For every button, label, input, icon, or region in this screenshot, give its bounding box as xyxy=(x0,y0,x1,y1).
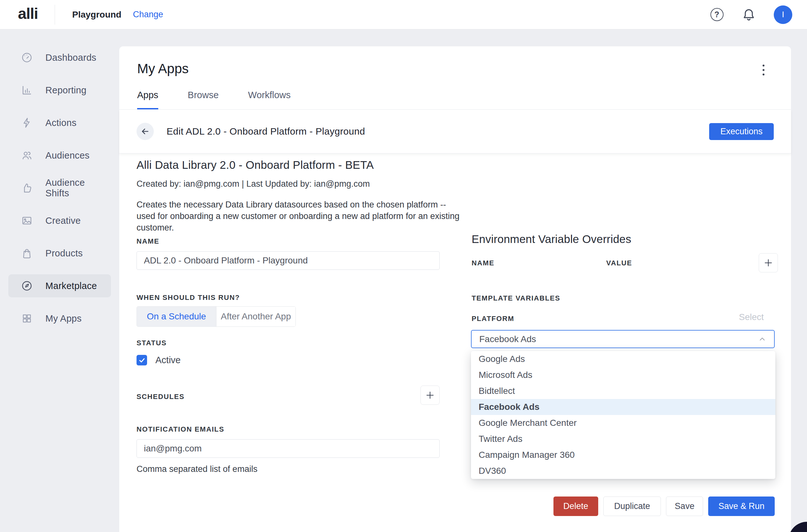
shopping-bag-icon xyxy=(21,247,33,259)
tab-browse[interactable]: Browse xyxy=(188,90,219,109)
option-twitter-ads[interactable]: Twitter Ads xyxy=(471,431,775,447)
option-facebook-ads[interactable]: Facebook Ads xyxy=(471,399,775,415)
header-divider xyxy=(55,5,55,25)
edit-title: Edit ADL 2.0 - Onboard Platform - Playgr… xyxy=(167,126,365,137)
sidebar-item-label: Dashboards xyxy=(45,53,96,63)
name-label: NAME xyxy=(136,237,159,246)
thumbs-up-icon xyxy=(21,182,33,194)
env-name-column-label: NAME xyxy=(472,259,494,267)
notification-emails-label: NOTIFICATION EMAILS xyxy=(136,425,224,434)
help-icon: ? xyxy=(710,8,724,21)
notifications-button[interactable] xyxy=(742,8,756,22)
sidebar-item-label: Reporting xyxy=(45,85,86,96)
sidebar-item-audiences[interactable]: Audiences xyxy=(8,144,111,167)
app-description: Creates the necessary Data Library datas… xyxy=(136,199,463,233)
after-another-app-segment[interactable]: After Another App xyxy=(216,307,296,326)
status-label: STATUS xyxy=(136,339,167,347)
chat-launcher-bubble[interactable] xyxy=(788,522,807,532)
sidebar-item-my-apps[interactable]: My Apps xyxy=(8,307,111,330)
sidebar-item-label: Audiences xyxy=(45,150,90,161)
sidebar-item-label: Marketplace xyxy=(45,281,97,291)
active-checkbox[interactable] xyxy=(136,355,147,365)
sidebar-item-label: My Apps xyxy=(45,313,81,324)
sidebar-item-products[interactable]: Products xyxy=(8,242,111,265)
sidebar-item-reporting[interactable]: Reporting xyxy=(8,79,111,102)
schedules-label: SCHEDULES xyxy=(136,393,185,401)
sidebar: Dashboards Reporting Actions Audiences A… xyxy=(0,30,119,340)
option-bidtellect[interactable]: Bidtellect xyxy=(471,383,775,399)
tab-apps[interactable]: Apps xyxy=(137,90,158,109)
platform-select[interactable]: Facebook Ads xyxy=(471,330,775,348)
executions-button[interactable]: Executions xyxy=(709,123,774,140)
my-apps-header: My Apps Apps Browse Workflows xyxy=(119,46,791,110)
sidebar-item-label: Products xyxy=(45,248,83,259)
help-button[interactable]: ? xyxy=(710,8,724,22)
main-card: My Apps Apps Browse Workflows Edit ADL 2… xyxy=(119,46,791,532)
sidebar-item-actions[interactable]: Actions xyxy=(8,111,111,134)
dashboard-gauge-icon xyxy=(21,52,33,63)
option-microsoft-ads[interactable]: Microsoft Ads xyxy=(471,367,775,383)
top-navigation-bar: alli Playground Change ? I xyxy=(0,0,807,30)
image-icon xyxy=(21,215,33,226)
lightning-icon xyxy=(21,117,33,129)
env-value-column-label: VALUE xyxy=(606,259,632,267)
alli-logo: alli xyxy=(0,5,55,24)
tab-workflows[interactable]: Workflows xyxy=(248,90,291,109)
active-checkbox-label: Active xyxy=(155,355,181,365)
workspace-name: Playground xyxy=(72,10,121,20)
save-and-run-button[interactable]: Save & Run xyxy=(708,496,775,516)
name-input[interactable] xyxy=(136,251,440,270)
chevron-up-icon xyxy=(758,335,766,343)
sidebar-item-label: Creative xyxy=(45,215,81,226)
add-env-variable-button[interactable] xyxy=(759,253,778,272)
change-workspace-link[interactable]: Change xyxy=(133,10,164,19)
option-google-ads[interactable]: Google Ads xyxy=(471,351,775,367)
option-campaign-manager-360[interactable]: Campaign Manager 360 xyxy=(471,447,775,463)
created-updated-meta: Created by: ian@pmg.com | Last Updated b… xyxy=(136,179,370,189)
platform-select-link[interactable]: Select xyxy=(739,312,764,322)
bar-chart-icon xyxy=(21,84,33,96)
active-checkbox-row[interactable]: Active xyxy=(136,355,181,365)
emails-hint: Comma separated list of emails xyxy=(136,464,257,474)
run-mode-toggle: On a Schedule After Another App xyxy=(136,306,296,327)
apps-grid-icon xyxy=(21,313,33,324)
arrow-left-icon xyxy=(140,127,150,136)
tab-bar: Apps Browse Workflows xyxy=(137,90,291,109)
option-dv360[interactable]: DV360 xyxy=(471,463,775,479)
add-schedule-button[interactable] xyxy=(420,385,440,405)
kebab-menu-button[interactable] xyxy=(757,63,770,77)
platform-dropdown: Google Ads Microsoft Ads Bidtellect Face… xyxy=(471,351,775,479)
save-button[interactable]: Save xyxy=(666,496,703,516)
bell-icon xyxy=(742,8,756,22)
page-title: My Apps xyxy=(137,61,189,76)
sidebar-item-audience-shifts[interactable]: Audience Shifts xyxy=(8,176,111,200)
avatar[interactable]: I xyxy=(774,5,792,24)
plus-icon xyxy=(425,391,435,400)
sidebar-item-marketplace[interactable]: Marketplace xyxy=(8,274,111,297)
sidebar-item-label: Actions xyxy=(45,118,76,128)
template-variables-label: TEMPLATE VARIABLES xyxy=(472,294,560,302)
on-a-schedule-segment[interactable]: On a Schedule xyxy=(137,307,216,326)
back-button[interactable] xyxy=(136,123,154,140)
form-content: Alli Data Library 2.0 - Onboard Platform… xyxy=(119,153,791,531)
duplicate-button[interactable]: Duplicate xyxy=(603,496,661,516)
app-heading: Alli Data Library 2.0 - Onboard Platform… xyxy=(136,158,374,171)
plus-icon xyxy=(764,258,773,268)
people-icon xyxy=(21,150,33,161)
run-schedule-label: WHEN SHOULD THIS RUN? xyxy=(136,293,240,302)
sidebar-item-dashboards[interactable]: Dashboards xyxy=(8,46,111,69)
env-overrides-heading: Environment Variable Overrides xyxy=(472,233,631,246)
platform-selected-value: Facebook Ads xyxy=(479,334,536,344)
notification-emails-input[interactable] xyxy=(136,439,440,458)
option-google-merchant-center[interactable]: Google Merchant Center xyxy=(471,415,775,431)
compass-icon xyxy=(21,280,33,291)
avatar-initial: I xyxy=(782,10,784,19)
platform-label: PLATFORM xyxy=(472,315,514,323)
sidebar-item-creative[interactable]: Creative xyxy=(8,209,111,232)
edit-header-bar: Edit ADL 2.0 - Onboard Platform - Playgr… xyxy=(119,110,791,153)
sidebar-item-label: Audience Shifts xyxy=(45,177,111,198)
footer-actions: Delete Duplicate Save Save & Run xyxy=(471,496,775,516)
check-icon xyxy=(138,357,146,364)
delete-button[interactable]: Delete xyxy=(554,496,598,516)
